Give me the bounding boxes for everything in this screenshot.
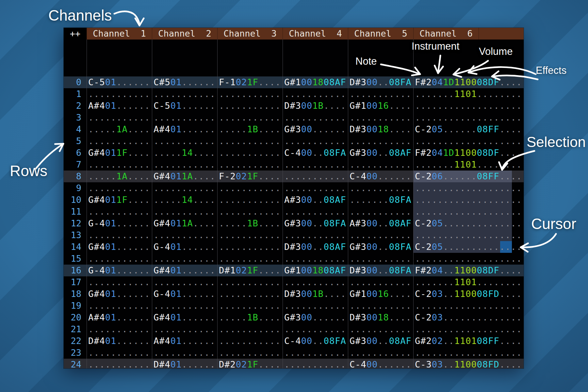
pattern-cell-ch2[interactable]: C#501......	[152, 76, 217, 88]
pattern-cell-ch1[interactable]: ...........	[87, 276, 152, 288]
pattern-cell-ch2[interactable]: ...........	[152, 276, 217, 288]
pattern-cell-ch5[interactable]: D#300..08FA	[348, 265, 413, 276]
pattern-cell-ch3[interactable]: ...........	[217, 229, 283, 241]
pattern-cell-ch2[interactable]: .....14....	[152, 147, 217, 159]
pattern-cell-ch5[interactable]: ...........	[348, 206, 413, 218]
pattern-cell-ch5[interactable]: A#300..08AF	[348, 218, 413, 229]
pattern-cell-ch6[interactable]: ...................	[413, 182, 524, 194]
pattern-cell-ch3[interactable]: ...........	[217, 88, 283, 100]
pattern-cell-ch6[interactable]: C-205......08FF....	[413, 123, 524, 135]
pattern-cell-ch5[interactable]: G#10016....	[348, 288, 413, 300]
pattern-cell-ch4[interactable]: ...........	[283, 135, 348, 147]
pattern-cell-ch3[interactable]: ...........	[217, 300, 283, 312]
pattern-cell-ch6[interactable]: C-205..............	[413, 218, 524, 229]
pattern-cell-ch6[interactable]: .......1101........	[413, 276, 524, 288]
pattern-cell-ch4[interactable]: ...........	[283, 206, 348, 218]
pattern-cell-ch4[interactable]: ...........	[283, 300, 348, 312]
pattern-cell-ch1[interactable]: G#4011F....	[87, 147, 152, 159]
pattern-header-corner-button[interactable]: ++	[64, 28, 87, 40]
pattern-cell-ch5[interactable]: ...........	[348, 347, 413, 359]
pattern-cell-ch5[interactable]: ...........	[348, 135, 413, 147]
pattern-cell-ch1[interactable]: ...........	[87, 253, 152, 265]
pattern-cell-ch5[interactable]: G#300..08FA	[348, 241, 413, 253]
pattern-cell-ch5[interactable]: C-400......	[348, 171, 413, 182]
pattern-cell-ch2[interactable]: G#401......	[152, 312, 217, 323]
pattern-cell-ch6[interactable]: ...................	[413, 323, 524, 335]
pattern-cell-ch2[interactable]: G#4011A....	[152, 218, 217, 229]
pattern-cell-ch6[interactable]: ...................	[413, 253, 524, 265]
pattern-cell-ch1[interactable]: G#401......	[87, 241, 152, 253]
pattern-cell-ch5[interactable]: ...........	[348, 300, 413, 312]
pattern-cell-ch6[interactable]: ...................	[413, 229, 524, 241]
pattern-cell-ch4[interactable]: ...........	[283, 171, 348, 182]
pattern-cell-ch5[interactable]: ...........	[348, 229, 413, 241]
pattern-cell-ch4[interactable]: ...........	[283, 276, 348, 288]
pattern-cell-ch6[interactable]: F#2041D110008DF....	[413, 147, 524, 159]
pattern-cell-ch3[interactable]: .....1B....	[217, 218, 283, 229]
channel-header-3[interactable]: Channel 3	[217, 28, 283, 40]
pattern-cell-ch1[interactable]: ...........	[87, 323, 152, 335]
pattern-cell-ch2[interactable]: G-401......	[152, 288, 217, 300]
pattern-cell-ch4[interactable]: G#1001808AF	[283, 76, 348, 88]
pattern-cell-ch3[interactable]: ...........	[217, 206, 283, 218]
pattern-cell-ch6[interactable]: .......1101........	[413, 88, 524, 100]
pattern-cell-ch4[interactable]: ...........	[283, 253, 348, 265]
pattern-cell-ch5[interactable]: ...........	[348, 88, 413, 100]
channel-header-1[interactable]: Channel 1	[87, 28, 152, 40]
pattern-cell-ch2[interactable]: D#401......	[152, 359, 217, 368]
pattern-cell-ch3[interactable]: ...........	[217, 182, 283, 194]
pattern-cell-ch3[interactable]: D#2021F....	[217, 359, 283, 368]
pattern-cell-ch5[interactable]: ...........	[348, 112, 413, 123]
pattern-cell-ch6[interactable]: C-203..............	[413, 312, 524, 323]
pattern-cell-ch3[interactable]: ...........	[217, 347, 283, 359]
pattern-cell-ch1[interactable]: D#401......	[87, 335, 152, 347]
pattern-cell-ch1[interactable]: G-401......	[87, 265, 152, 276]
pattern-cell-ch4[interactable]: ...........	[283, 182, 348, 194]
pattern-cell-ch4[interactable]: A#300..08AF	[283, 194, 348, 206]
pattern-cell-ch4[interactable]: D#300..08AF	[283, 241, 348, 253]
pattern-cell-ch3[interactable]: F-1021F....	[217, 76, 283, 88]
pattern-cell-ch4[interactable]: G#300......	[283, 123, 348, 135]
pattern-cell-ch1[interactable]: ...........	[87, 159, 152, 171]
pattern-cell-ch2[interactable]: ...........	[152, 159, 217, 171]
pattern-cell-ch4[interactable]: G#1001808AF	[283, 265, 348, 276]
pattern-cell-ch1[interactable]: ...........	[87, 300, 152, 312]
pattern-cell-ch4[interactable]: C-400..08FA	[283, 335, 348, 347]
pattern-cell-ch2[interactable]: G#401......	[152, 265, 217, 276]
pattern-cell-ch6[interactable]: C-205..............	[413, 241, 524, 253]
pattern-cell-ch2[interactable]: ...........	[152, 300, 217, 312]
pattern-cell-ch3[interactable]: D#1021F....	[217, 265, 283, 276]
pattern-cell-ch2[interactable]: ...........	[152, 253, 217, 265]
pattern-cell-ch5[interactable]: G#300..08AF	[348, 335, 413, 347]
pattern-cell-ch1[interactable]: A#401......	[87, 100, 152, 112]
pattern-cell-ch4[interactable]: G#300......	[283, 312, 348, 323]
pattern-cell-ch1[interactable]: G-401......	[87, 218, 152, 229]
pattern-cell-ch2[interactable]: ...........	[152, 112, 217, 123]
pattern-cell-ch3[interactable]: ...........	[217, 147, 283, 159]
pattern-cell-ch4[interactable]: D#3001B....	[283, 100, 348, 112]
pattern-cell-ch6[interactable]: ...................	[413, 206, 524, 218]
pattern-cell-ch3[interactable]: ...........	[217, 253, 283, 265]
pattern-cell-ch4[interactable]: G#300..08FA	[283, 218, 348, 229]
pattern-cell-ch2[interactable]: ...........	[152, 323, 217, 335]
pattern-cell-ch3[interactable]: ...........	[217, 159, 283, 171]
pattern-cell-ch4[interactable]: ...........	[283, 159, 348, 171]
pattern-cell-ch5[interactable]: D#30018....	[348, 123, 413, 135]
pattern-cell-ch4[interactable]: ...........	[283, 347, 348, 359]
pattern-cell-ch1[interactable]: .....1A....	[87, 123, 152, 135]
pattern-cell-ch3[interactable]: .....1B....	[217, 312, 283, 323]
channel-header-4[interactable]: Channel 4	[283, 28, 348, 40]
pattern-cell-ch6[interactable]: G#202..110108FF....	[413, 335, 524, 347]
pattern-cell-ch1[interactable]: G#4011F....	[87, 194, 152, 206]
pattern-cell-ch6[interactable]: ...................	[413, 135, 524, 147]
pattern-cell-ch5[interactable]: ...........	[348, 276, 413, 288]
pattern-cell-ch2[interactable]: ...........	[152, 88, 217, 100]
pattern-cell-ch5[interactable]: ...........	[348, 159, 413, 171]
pattern-cell-ch2[interactable]: ...........	[152, 182, 217, 194]
pattern-cell-ch3[interactable]: ...........	[217, 288, 283, 300]
pattern-cell-ch5[interactable]: ...........	[348, 182, 413, 194]
pattern-cell-ch5[interactable]: D#300..08FA	[348, 76, 413, 88]
pattern-cell-ch6[interactable]: F#2041D110008DF....	[413, 76, 524, 88]
pattern-cell-ch2[interactable]: ...........	[152, 135, 217, 147]
pattern-cell-ch2[interactable]: C-501......	[152, 100, 217, 112]
